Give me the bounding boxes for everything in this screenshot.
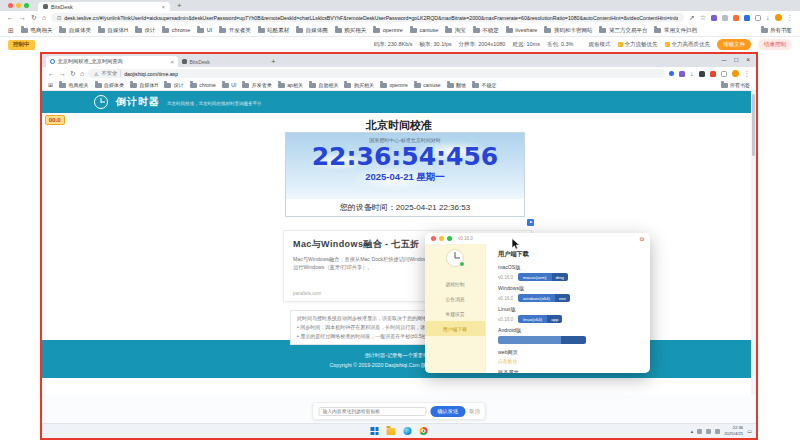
extension-icon[interactable] (710, 71, 716, 77)
cancel-link[interactable]: 取消 (469, 408, 479, 415)
bookmark-folder[interactable]: 接码和卡密网站 (544, 27, 592, 34)
volume-icon[interactable] (706, 429, 711, 434)
minimize-window-icon[interactable] (16, 3, 21, 8)
ad-info-icon[interactable] (527, 219, 534, 226)
close-icon[interactable]: × (746, 56, 750, 63)
profile-avatar[interactable] (732, 70, 739, 77)
open-external-icon[interactable]: ⧉ (640, 236, 644, 242)
extension-icon[interactable] (755, 15, 761, 21)
bookmark-folder[interactable]: 常用文件归档 (654, 27, 697, 34)
confirm-send-button[interactable]: 确认发送 (430, 406, 465, 417)
ad-domain[interactable]: parallels.com (293, 291, 321, 296)
tray-clock[interactable]: 22:36 2025/4/21 (724, 425, 743, 436)
extension-icon[interactable] (721, 71, 727, 77)
download-icon[interactable]: ↓ (766, 14, 770, 21)
close-window-icon[interactable] (431, 236, 436, 241)
bookmark-folder[interactable]: 站酷素材 (258, 27, 290, 34)
extension-icon[interactable] (699, 71, 705, 77)
transfer-file-button[interactable]: 传输文件 (717, 39, 751, 50)
inner-tab-active[interactable]: 北京时间校准_北京时间查询 × (46, 56, 178, 67)
site-settings-icon[interactable]: ⊡ (57, 15, 61, 21)
inner-url-field[interactable]: ⚠ 不安全 daojishiqi.com/time.asp (88, 69, 665, 78)
download-button[interactable]: linux(x64)app (518, 315, 562, 323)
bookmark-folder[interactable]: ap相关 (278, 82, 303, 88)
profile-avatar[interactable] (775, 14, 782, 21)
edge-browser-icon[interactable] (404, 427, 412, 435)
bookmark-folder[interactable]: 电商相关 (21, 27, 53, 34)
tray-expand-icon[interactable]: ▴ (691, 429, 694, 434)
notification-icon[interactable]: ▭ (747, 429, 752, 434)
download-button[interactable]: macos(arm)dmg (518, 273, 568, 281)
extension-icon[interactable] (733, 15, 739, 21)
timer-badge[interactable]: 00.0 (45, 115, 65, 125)
bookmark-folder[interactable]: 自媒体类 (95, 82, 125, 88)
menu-item-announcements[interactable]: 公告消息 (425, 291, 485, 306)
bookmark-folder[interactable]: UI (197, 27, 212, 33)
bookmark-folder[interactable]: 不稳定 (472, 82, 497, 88)
remote-desktop-viewport[interactable]: 北京时间校准_北京时间查询 × BitsDesk + ─ □ × ← → ↻ ⌂… (40, 52, 758, 440)
bookmark-folder[interactable]: opennre (373, 27, 403, 33)
menu-item-settings[interactable]: 常规设置 (425, 306, 485, 321)
bookmark-folder[interactable]: 第三方交易平台 (599, 27, 647, 34)
apps-icon[interactable]: ⊞ (8, 27, 14, 34)
page-scrollbar[interactable] (751, 91, 756, 395)
kebab-menu-icon[interactable]: ⋮ (787, 14, 794, 22)
reload-icon[interactable]: ↻ (31, 14, 37, 21)
chrome-browser-icon[interactable] (420, 427, 428, 435)
extension-puzzle-icon[interactable] (711, 15, 717, 21)
back-icon[interactable]: ← (48, 70, 55, 77)
download-popup-window[interactable]: v0.16.0 ⧉ 远程控制 公告消息 常规设置 用户端下载 用户端下载 (425, 233, 650, 373)
all-bookmarks[interactable]: 所有书签 (761, 27, 793, 34)
bookmark-folder[interactable]: chrome (190, 82, 216, 88)
minimize-icon[interactable]: ─ (722, 56, 727, 63)
bookmark-folder[interactable]: 自媒体类 (59, 27, 91, 34)
all-bookmarks[interactable]: 所有书签 (721, 82, 751, 88)
inner-tab-inactive[interactable]: BitsDesk (178, 56, 264, 67)
new-tab-icon[interactable]: + (177, 2, 182, 10)
download-icon[interactable]: ↓ (690, 70, 694, 77)
bookmark-star-icon[interactable]: ☆ (700, 14, 706, 21)
bookmark-folder[interactable]: 淘宝 (445, 27, 466, 34)
bookmark-folder[interactable]: caniuse (414, 82, 441, 88)
end-control-button[interactable]: 结束控制 (758, 39, 792, 50)
extension-icon[interactable] (679, 71, 685, 77)
download-button[interactable]: windows(x64)exe (518, 294, 570, 302)
bookmark-folder[interactable]: 开发者类 (219, 27, 251, 34)
scrollbar-thumb[interactable] (752, 94, 755, 156)
network-icon[interactable] (697, 429, 702, 434)
bookmark-folder[interactable]: 不稳定 (473, 27, 499, 34)
mode-checkbox[interactable]: ✓全力流畅优先 (618, 41, 658, 48)
battery-icon[interactable] (715, 429, 720, 434)
menu-item-remote-control[interactable]: 远程控制 (425, 276, 485, 291)
extension-icon[interactable] (744, 15, 750, 21)
apps-icon[interactable]: ⊞ (48, 82, 53, 88)
android-download-button[interactable] (498, 336, 586, 344)
bookmark-folder[interactable]: 翻墙 (447, 82, 467, 88)
web-link[interactable]: 点击前往 (498, 358, 640, 364)
bookmark-folder[interactable]: opennre (380, 82, 408, 88)
sync-status-icon[interactable] (669, 71, 674, 76)
forward-icon[interactable]: → (19, 14, 26, 21)
file-explorer-icon[interactable] (387, 428, 396, 435)
close-window-icon[interactable] (8, 3, 13, 8)
home-icon[interactable]: ⌂ (80, 70, 84, 77)
bookmark-folder[interactable]: 设计 (164, 82, 184, 88)
bookmark-folder[interactable]: UI (222, 82, 237, 88)
reload-icon[interactable]: ↻ (70, 70, 76, 77)
menu-item-downloads[interactable]: 用户端下载 (425, 321, 485, 336)
close-tab-icon[interactable]: × (161, 4, 165, 10)
share-icon[interactable]: ↗ (689, 14, 695, 21)
windows-start-icon[interactable] (371, 427, 379, 435)
bookmark-folder[interactable]: 自媒体圈 (296, 27, 328, 34)
mode-checkbox[interactable]: ✓全力高画质优先 (665, 41, 711, 48)
home-icon[interactable]: ⌂ (42, 14, 46, 21)
extension-icon[interactable] (722, 15, 728, 21)
minimize-window-icon[interactable] (439, 236, 444, 241)
fullscreen-window-icon[interactable] (24, 3, 29, 8)
outer-browser-tab[interactable]: BitsDesk × (38, 2, 170, 11)
session-badge[interactable]: 控制中 (8, 40, 35, 50)
new-tab-icon[interactable]: + (271, 58, 276, 66)
send-text-input[interactable] (318, 407, 426, 416)
back-icon[interactable]: ← (7, 14, 14, 21)
bookmark-folder[interactable]: caniuse (410, 27, 438, 33)
